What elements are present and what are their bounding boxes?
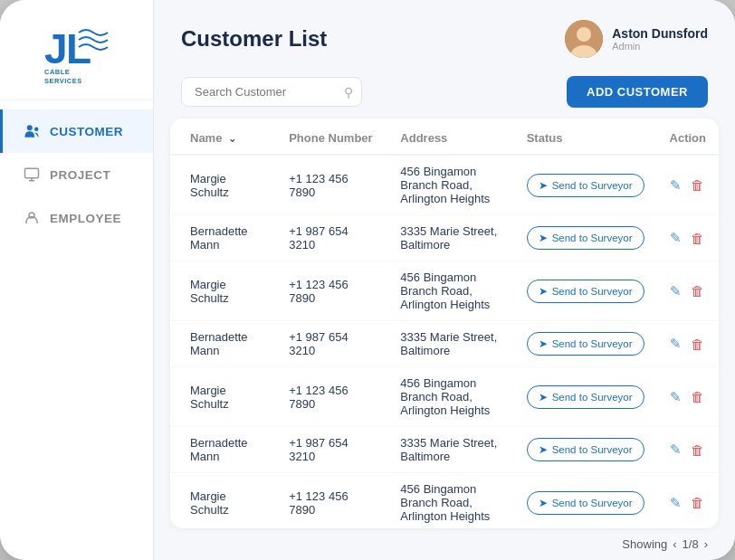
cell-address: 456 Bingamon Branch Road,Arlington Heigh… [387, 261, 513, 321]
send-icon: ➤ [539, 391, 548, 403]
customer-table: Name ⌄ Phone Number Address Status Actio… [170, 119, 719, 528]
search-icon: ⚲ [344, 85, 353, 100]
edit-button[interactable]: ✎ [670, 389, 682, 405]
sidebar-item-project[interactable]: PROJECT [0, 153, 153, 196]
send-icon: ➤ [539, 443, 548, 456]
avatar [565, 20, 603, 58]
app-container: J L CABLE SERVICES CUSTOMER [0, 0, 735, 560]
employee-icon [23, 209, 41, 227]
cell-phone: +1 123 456 7890 [276, 473, 387, 529]
table-footer: Showing ‹ 1/8 › [154, 528, 735, 560]
cell-name: Margie Schultz [170, 155, 276, 215]
edit-button[interactable]: ✎ [670, 441, 682, 458]
col-phone: Phone Number [276, 119, 387, 155]
svg-point-5 [34, 128, 39, 132]
delete-button[interactable]: 🗑 [691, 495, 704, 510]
sidebar-item-customer-label: CUSTOMER [50, 125, 123, 138]
send-to-surveyor-button[interactable]: ➤ Send to Surveyor [527, 226, 644, 250]
user-info: Aston Dunsford Admin [565, 20, 708, 58]
cell-status: ➤ Send to Surveyor [514, 473, 657, 529]
table-row: Margie Schultz +1 123 456 7890 456 Binga… [170, 473, 719, 529]
cell-phone: +1 123 456 7890 [276, 261, 387, 321]
send-to-surveyor-button[interactable]: ➤ Send to Surveyor [527, 438, 644, 461]
cell-address: 3335 Marie Street, Baltimore [387, 427, 513, 473]
table-row: Margie Schultz +1 123 456 7890 456 Binga… [170, 261, 719, 321]
cell-status: ➤ Send to Surveyor [514, 215, 657, 261]
cell-address: 456 Bingamon Branch Road,Arlington Heigh… [387, 473, 513, 529]
add-customer-button[interactable]: ADD CUSTOMER [567, 76, 708, 108]
prev-page-button[interactable]: ‹ [673, 537, 676, 551]
cell-action: ✎ 🗑 [657, 261, 719, 321]
page-title: Customer List [181, 26, 327, 52]
edit-button[interactable]: ✎ [670, 283, 682, 299]
table-row: Margie Schultz +1 123 456 7890 456 Binga… [170, 367, 719, 427]
sidebar-item-project-label: PROJECT [50, 168, 110, 182]
edit-button[interactable]: ✎ [670, 230, 682, 246]
table-row: Bernadette Mann +1 987 654 3210 3335 Mar… [170, 427, 719, 473]
cell-address: 456 Bingamon Branch Road,Arlington Heigh… [387, 367, 513, 427]
send-icon: ➤ [539, 285, 548, 298]
delete-button[interactable]: 🗑 [691, 389, 704, 404]
logo-area: J L CABLE SERVICES [0, 0, 153, 100]
send-to-surveyor-button[interactable]: ➤ Send to Surveyor [527, 385, 644, 409]
showing-label: Showing [622, 537, 667, 551]
logo-icon: J L CABLE SERVICES [41, 20, 113, 83]
delete-button[interactable]: 🗑 [691, 231, 704, 246]
delete-button[interactable]: 🗑 [691, 177, 704, 193]
main-content: Customer List Aston Dunsford Admin [154, 0, 735, 560]
cell-status: ➤ Send to Surveyor [514, 261, 657, 321]
cell-phone: +1 987 654 3210 [276, 215, 387, 261]
edit-button[interactable]: ✎ [670, 177, 682, 194]
cell-name: Bernadette Mann [170, 321, 276, 367]
send-to-surveyor-button[interactable]: ➤ Send to Surveyor [527, 332, 644, 356]
send-to-surveyor-button[interactable]: ➤ Send to Surveyor [527, 280, 644, 303]
cell-action: ✎ 🗑 [657, 155, 719, 215]
send-icon: ➤ [539, 337, 548, 350]
col-action: Action [657, 119, 719, 155]
sidebar-item-customer[interactable]: CUSTOMER [0, 109, 153, 153]
customer-table-container: Name ⌄ Phone Number Address Status Actio… [170, 119, 719, 528]
delete-button[interactable]: 🗑 [691, 337, 704, 352]
cell-status: ➤ Send to Surveyor [514, 321, 657, 367]
cell-name: Bernadette Mann [170, 427, 276, 473]
cell-phone: +1 123 456 7890 [276, 155, 387, 215]
svg-text:SERVICES: SERVICES [44, 77, 82, 83]
nav-items: CUSTOMER PROJECT EMPLOYEE [0, 109, 153, 240]
user-role: Admin [612, 41, 708, 52]
col-address: Address [387, 119, 513, 155]
next-page-button[interactable]: › [704, 537, 708, 551]
search-box: ⚲ [181, 77, 362, 107]
cell-status: ➤ Send to Surveyor [514, 367, 657, 427]
toolbar: ⚲ ADD CUSTOMER [154, 67, 735, 119]
edit-button[interactable]: ✎ [670, 336, 682, 352]
cell-action: ✎ 🗑 [657, 321, 719, 367]
cell-address: 456 Bingamon Branch Road,Arlington Heigh… [387, 155, 513, 215]
project-icon [23, 166, 41, 184]
customer-icon [23, 122, 41, 140]
col-status: Status [514, 119, 657, 155]
edit-button[interactable]: ✎ [670, 495, 682, 511]
cell-action: ✎ 🗑 [657, 473, 719, 529]
cell-address: 3335 Marie Street, Baltimore [387, 215, 513, 261]
user-name: Aston Dunsford [612, 26, 708, 41]
user-text: Aston Dunsford Admin [612, 26, 708, 52]
cell-phone: +1 987 654 3210 [276, 321, 387, 367]
cell-name: Margie Schultz [170, 473, 276, 529]
send-to-surveyor-button[interactable]: ➤ Send to Surveyor [527, 174, 644, 197]
send-to-surveyor-button[interactable]: ➤ Send to Surveyor [527, 491, 644, 515]
svg-text:CABLE: CABLE [44, 68, 70, 76]
svg-point-9 [577, 27, 591, 42]
sort-icon[interactable]: ⌄ [228, 133, 236, 144]
cell-action: ✎ 🗑 [657, 215, 719, 261]
delete-button[interactable]: 🗑 [691, 442, 704, 458]
send-icon: ➤ [539, 179, 548, 192]
delete-button[interactable]: 🗑 [691, 283, 704, 299]
avatar-image [565, 20, 603, 58]
svg-rect-6 [25, 168, 39, 178]
cell-name: Bernadette Mann [170, 215, 276, 261]
sidebar-item-employee[interactable]: EMPLOYEE [0, 196, 153, 240]
search-input[interactable] [181, 77, 362, 107]
table-row: Bernadette Mann +1 987 654 3210 3335 Mar… [170, 215, 719, 261]
header: Customer List Aston Dunsford Admin [154, 0, 735, 67]
svg-text:J: J [44, 25, 68, 72]
